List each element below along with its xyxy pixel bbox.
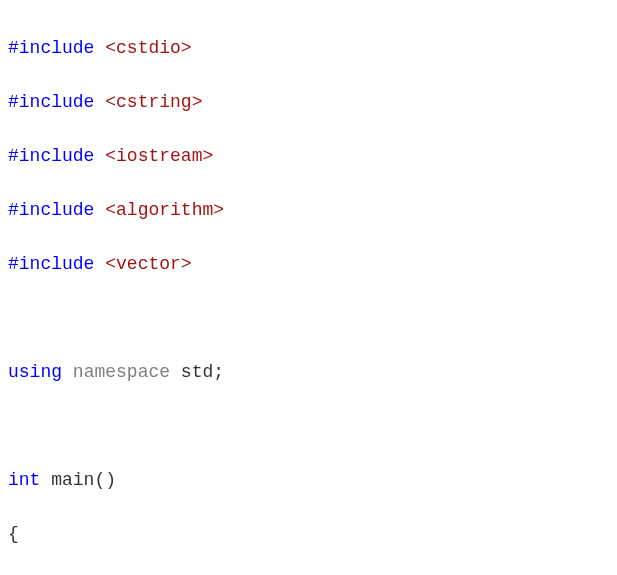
- main-sig: int main(): [8, 467, 609, 494]
- brace-open: {: [8, 521, 609, 548]
- include-line: #include <cstring>: [8, 89, 609, 116]
- ns-id: std: [181, 362, 213, 382]
- blank-line: [8, 305, 609, 332]
- preproc-kw: #include: [8, 254, 94, 274]
- preproc-kw: #include: [8, 200, 94, 220]
- header-4: <vector>: [105, 254, 191, 274]
- include-line: #include <algorithm>: [8, 197, 609, 224]
- header-2: <iostream>: [105, 146, 213, 166]
- include-line: #include <cstdio>: [8, 35, 609, 62]
- using-line: using namespace std;: [8, 359, 609, 386]
- include-line: #include <iostream>: [8, 143, 609, 170]
- header-0: <cstdio>: [105, 38, 191, 58]
- include-line: #include <vector>: [8, 251, 609, 278]
- header-3: <algorithm>: [105, 200, 224, 220]
- code-block: #include <cstdio> #include <cstring> #in…: [8, 8, 609, 575]
- preproc-kw: #include: [8, 38, 94, 58]
- blank-line: [8, 413, 609, 440]
- header-1: <cstring>: [105, 92, 202, 112]
- kw-using: using: [8, 362, 62, 382]
- kw-namespace: namespace: [73, 362, 170, 382]
- preproc-kw: #include: [8, 146, 94, 166]
- kw-int: int: [8, 470, 40, 490]
- preproc-kw: #include: [8, 92, 94, 112]
- fn-main: main: [51, 470, 94, 490]
